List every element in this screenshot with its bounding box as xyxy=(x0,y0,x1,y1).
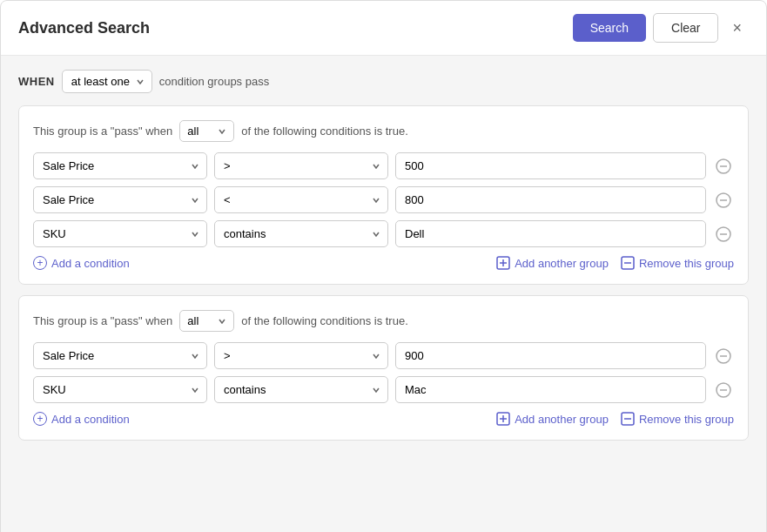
condition-row: Sale PriceSKUName <>=contains xyxy=(33,186,734,213)
add-condition-label-2: Add a condition xyxy=(51,413,130,426)
add-another-group-button-2[interactable]: Add another group xyxy=(496,412,609,426)
remove-group-label-1: Remove this group xyxy=(639,257,734,270)
header-actions: Search Clear × xyxy=(573,13,749,43)
operator-select[interactable]: ><=contains xyxy=(214,152,388,179)
group-2-footer: + Add a condition Add another group xyxy=(33,412,734,426)
field-select[interactable]: Sale PriceSKUName xyxy=(33,342,207,369)
field-select[interactable]: SKUSale PriceName xyxy=(33,376,207,403)
value-input[interactable] xyxy=(395,152,706,179)
operator-select[interactable]: ><=contains xyxy=(214,342,388,369)
add-condition-button-2[interactable]: + Add a condition xyxy=(33,412,130,426)
group-1-pass-suffix: of the following conditions is true. xyxy=(241,125,408,138)
when-suffix: condition groups pass xyxy=(159,75,269,88)
remove-condition-button[interactable] xyxy=(713,346,734,367)
remove-group-icon xyxy=(621,256,635,270)
when-selector[interactable]: at least one all none xyxy=(62,70,152,93)
minus-circle-icon xyxy=(716,192,731,208)
add-another-group-label-1: Add another group xyxy=(515,257,609,270)
group-2-pass-prefix: This group is a "pass" when xyxy=(33,314,172,327)
remove-group-button-2[interactable]: Remove this group xyxy=(621,412,734,426)
group-card-2: This group is a "pass" when all any none… xyxy=(18,295,749,441)
remove-condition-button[interactable] xyxy=(713,156,734,177)
group-1-footer-right: Add another group Remove this group xyxy=(496,256,734,270)
condition-row: Sale PriceSKUName ><=contains xyxy=(33,152,734,179)
minus-circle-icon xyxy=(716,158,731,174)
minus-circle-icon xyxy=(716,348,731,364)
group-1-all-selector[interactable]: all any none xyxy=(179,120,234,142)
field-select[interactable]: SKUSale PriceName xyxy=(33,220,207,247)
group-card-1: This group is a "pass" when all any none… xyxy=(18,105,749,285)
add-condition-label-1: Add a condition xyxy=(51,257,130,270)
value-input[interactable] xyxy=(395,376,706,403)
modal-body: WHEN at least one all none condition gro… xyxy=(1,56,766,532)
group-1-pass-prefix: This group is a "pass" when xyxy=(33,125,172,138)
plus-circle-icon: + xyxy=(33,412,47,426)
group-2-footer-right: Add another group Remove this group xyxy=(496,412,734,426)
value-input[interactable] xyxy=(395,342,706,369)
close-button[interactable]: × xyxy=(725,16,749,41)
modal-header: Advanced Search Search Clear × xyxy=(1,1,766,56)
plus-circle-icon: + xyxy=(33,256,47,270)
group-1-footer: + Add a condition Add another group xyxy=(33,256,734,270)
operator-select[interactable]: <>=contains xyxy=(214,186,388,213)
group-2-pass-suffix: of the following conditions is true. xyxy=(241,314,408,327)
add-another-group-label-2: Add another group xyxy=(515,413,609,426)
clear-button[interactable]: Clear xyxy=(653,13,718,43)
search-button[interactable]: Search xyxy=(573,14,646,42)
operator-select[interactable]: contains><= xyxy=(214,376,388,403)
group-1-header: This group is a "pass" when all any none… xyxy=(33,120,734,142)
remove-condition-button[interactable] xyxy=(713,190,734,211)
minus-circle-icon xyxy=(716,382,731,398)
add-another-group-button-1[interactable]: Add another group xyxy=(496,256,609,270)
remove-group-button-1[interactable]: Remove this group xyxy=(621,256,734,270)
remove-condition-button[interactable] xyxy=(713,380,734,401)
remove-condition-button[interactable] xyxy=(713,224,734,245)
when-label: WHEN xyxy=(18,75,55,88)
remove-group-label-2: Remove this group xyxy=(639,413,734,426)
modal-title: Advanced Search xyxy=(18,19,150,37)
when-row: WHEN at least one all none condition gro… xyxy=(18,70,749,93)
condition-row: Sale PriceSKUName ><=contains xyxy=(33,342,734,369)
field-select[interactable]: Sale PriceSKUName xyxy=(33,152,207,179)
condition-row: SKUSale PriceName contains><= xyxy=(33,376,734,403)
value-input[interactable] xyxy=(395,186,706,213)
minus-circle-icon xyxy=(716,226,731,242)
group-2-header: This group is a "pass" when all any none… xyxy=(33,310,734,332)
value-input[interactable] xyxy=(395,220,706,247)
remove-group-icon xyxy=(621,412,635,426)
field-select[interactable]: Sale PriceSKUName xyxy=(33,186,207,213)
operator-select[interactable]: contains><= xyxy=(214,220,388,247)
condition-row: SKUSale PriceName contains><= xyxy=(33,220,734,247)
advanced-search-modal: Advanced Search Search Clear × WHEN at l… xyxy=(0,0,767,532)
add-group-icon xyxy=(496,412,510,426)
group-2-all-selector[interactable]: all any none xyxy=(179,310,234,332)
add-condition-button-1[interactable]: + Add a condition xyxy=(33,256,130,270)
add-group-icon xyxy=(496,256,510,270)
